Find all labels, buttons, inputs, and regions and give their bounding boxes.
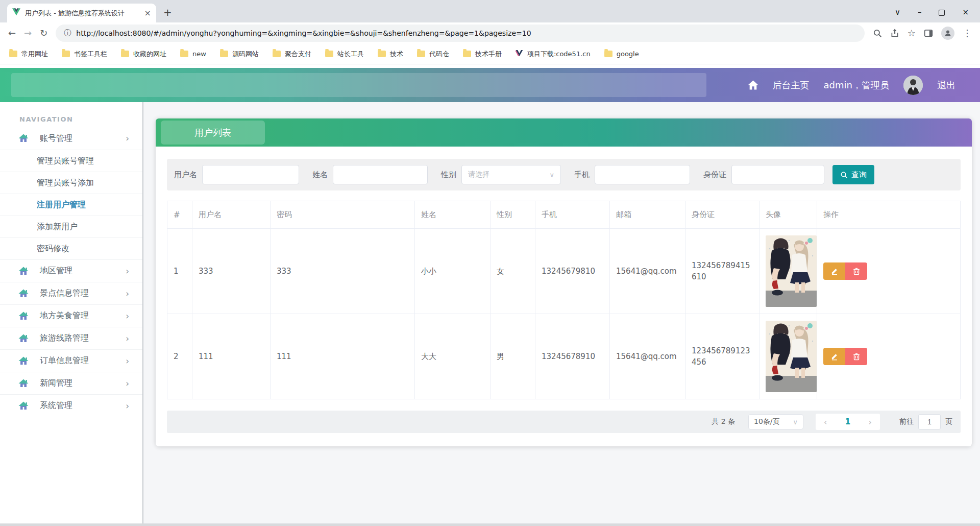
share-icon[interactable] [890,29,899,38]
edit-button[interactable] [823,262,845,280]
edit-button[interactable] [823,348,845,365]
house-icon [18,334,29,343]
total-count-label: 共 2 条 [712,417,735,426]
backend-home-link[interactable]: 后台主页 [773,79,810,91]
sidebar-item-news-mgmt[interactable]: 新闻管理 › [0,372,142,394]
next-page-icon[interactable]: › [869,417,872,427]
bookmark-item[interactable]: 代码仓 [417,50,449,59]
bookmark-item[interactable]: 源码网站 [220,50,259,59]
idcard-filter-input[interactable] [731,165,824,184]
col-password: 密码 [271,201,415,229]
zoom-icon[interactable] [873,29,882,38]
page-size-select[interactable]: 10条/页 ∨ [748,414,803,429]
maximize-button[interactable] [939,10,945,16]
url-text[interactable]: http://localhost:8080/#/admin/yonghu?yon… [76,29,531,37]
col-email: 邮箱 [610,201,685,229]
site-info-icon[interactable]: ⓘ [64,29,71,38]
sidebar-item-local-food-mgmt[interactable]: 地方美食管理 › [0,304,142,327]
folder-icon [463,51,471,57]
folder-icon [417,51,425,57]
window-bottom-edge [0,523,980,526]
folder-icon [604,51,612,57]
prev-page-icon[interactable]: ‹ [824,417,827,427]
search-button[interactable]: 查询 [832,165,874,184]
reload-icon[interactable]: ↻ [40,29,47,38]
tab-close-icon[interactable]: × [144,9,151,17]
search-icon [840,171,848,179]
avatar-illustration [766,321,817,392]
address-bar[interactable]: ⓘ http://localhost:8080/#/admin/yonghu?y… [56,25,865,42]
folder-icon [62,51,70,57]
delete-button[interactable] [845,348,867,365]
home-icon[interactable] [748,80,758,90]
back-icon[interactable]: ← [8,29,16,38]
main-content: 用户列表 用户名 姓名 性别 请选择 ∨ [143,102,980,526]
sidebar-item-scenic-info-mgmt[interactable]: 景点信息管理 › [0,282,142,304]
filter-bar: 用户名 姓名 性别 请选择 ∨ 手机 身份证 [167,159,961,190]
profile-icon[interactable] [941,27,954,40]
bookmark-item[interactable]: 项目下载:code51.cn [516,49,591,59]
window-close-button[interactable]: × [962,9,969,16]
delete-button[interactable] [845,262,867,280]
chevron-right-icon: › [126,356,129,366]
bookmarks-bar: 常用网址 书签工具栏 收藏的网址 new 源码网站 聚合支付 站长工具 技术 代… [0,44,980,64]
sidebar-item-registered-users[interactable]: 注册用户管理 [0,194,142,216]
new-tab-button[interactable]: + [163,6,172,18]
tab-search-icon[interactable]: ∨ [895,9,900,16]
pager: ‹ 1 › [816,414,880,430]
username-filter-input[interactable] [202,165,299,184]
menu-dots-icon[interactable]: ⋮ [963,29,972,38]
chevron-right-icon: › [126,266,129,276]
user-avatar[interactable] [903,76,923,95]
col-idcard: 身份证 [685,201,760,229]
chevron-right-icon: › [126,289,129,299]
app-header: 后台主页 admin，管理员 退出 [0,68,980,102]
user-table: # 用户名 密码 姓名 性别 手机 邮箱 身份证 头像 操作 [167,201,961,399]
sidebar-item-admin-account-add[interactable]: 管理员账号添加 [0,172,142,194]
house-icon [18,401,29,411]
pagination-bar: 共 2 条 10条/页 ∨ ‹ 1 › 前往 [167,411,961,433]
sidebar-item-travel-route-mgmt[interactable]: 旅游线路管理 › [0,327,142,349]
sidebar-item-account-mgmt[interactable]: 账号管理 › [0,127,142,150]
minimize-button[interactable]: – [918,9,922,16]
sidebar-item-system-mgmt[interactable]: 系统管理 › [0,394,142,417]
user-list-card: 用户列表 用户名 姓名 性别 请选择 ∨ [156,118,972,446]
gender-select[interactable]: 请选择 ∨ [461,165,561,184]
col-phone: 手机 [535,201,610,229]
sidebar-item-region-mgmt[interactable]: 地区管理 › [0,259,142,282]
browser-tab[interactable]: 用户列表 - 旅游信息推荐系统设计 × [7,4,156,22]
bookmark-item[interactable]: 技术 [378,50,403,59]
col-gender: 性别 [491,201,535,229]
bookmark-item[interactable]: 站长工具 [325,50,364,59]
sidebar-item-admin-account-mgmt[interactable]: 管理员账号管理 [0,150,142,172]
phone-filter-input[interactable] [595,165,690,184]
avatar-illustration [766,235,817,307]
sidebar-item-change-password[interactable]: 密码修改 [0,237,142,259]
name-filter-label: 姓名 [312,170,328,180]
bookmark-item[interactable]: 聚合支付 [273,50,311,59]
bookmark-item[interactable]: google [604,50,639,58]
current-page[interactable]: 1 [845,417,850,426]
bookmark-item[interactable]: 书签工具栏 [62,50,107,59]
name-filter-input[interactable] [333,165,428,184]
bookmark-star-icon[interactable]: ☆ [908,29,916,38]
sidebar-item-order-info-mgmt[interactable]: 订单信息管理 › [0,349,142,372]
header-banner [11,73,706,97]
bookmark-item[interactable]: new [180,50,206,58]
bookmark-item[interactable]: 技术手册 [463,50,502,59]
goto-page-input[interactable] [918,414,941,429]
username-filter-label: 用户名 [174,170,197,180]
sidebar: NAVIGATION 账号管理 › 管理员账号管理 管理员账号添加 注册用户管理… [0,102,143,526]
side-panel-icon[interactable] [924,29,933,38]
avatar-cell [760,314,817,399]
logout-button[interactable]: 退出 [937,79,955,91]
chevron-right-icon: › [126,333,129,344]
bookmark-item[interactable]: 收藏的网址 [121,50,166,59]
bookmark-item[interactable]: 常用网址 [9,50,48,59]
idcard-filter-label: 身份证 [703,170,726,180]
forward-icon[interactable]: → [24,29,32,38]
sidebar-item-add-new-user[interactable]: 添加新用户 [0,216,142,237]
actions-cell [817,229,961,314]
gender-filter-label: 性别 [441,170,456,180]
chevron-down-icon: ∨ [549,171,554,179]
